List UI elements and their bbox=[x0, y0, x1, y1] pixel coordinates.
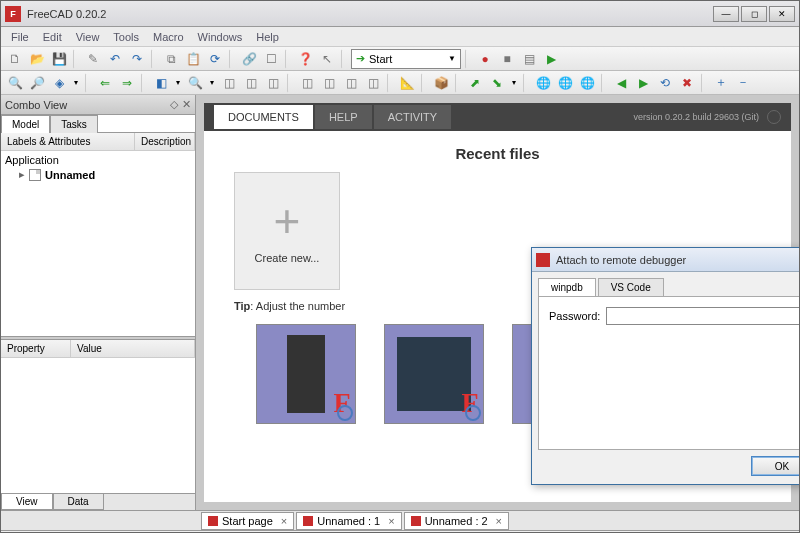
minimize-button[interactable]: — bbox=[713, 6, 739, 22]
doc-icon bbox=[411, 516, 421, 526]
stop-macro-icon[interactable]: ■ bbox=[497, 49, 517, 69]
workbench-label: Start bbox=[369, 53, 392, 65]
tab-help[interactable]: HELP bbox=[315, 105, 372, 129]
dialog-logo-icon bbox=[536, 253, 550, 267]
dropdown-icon[interactable]: ▾ bbox=[173, 73, 183, 93]
settings-gear-icon[interactable] bbox=[767, 110, 781, 124]
tab-model[interactable]: Model bbox=[1, 115, 50, 133]
col-description[interactable]: Description bbox=[135, 133, 195, 150]
menu-file[interactable]: File bbox=[5, 29, 35, 45]
close-tab-icon[interactable]: × bbox=[496, 515, 502, 527]
doc-icon bbox=[208, 516, 218, 526]
menu-windows[interactable]: Windows bbox=[192, 29, 249, 45]
menu-macro[interactable]: Macro bbox=[147, 29, 190, 45]
arrow-left-icon[interactable]: ◀ bbox=[611, 73, 631, 93]
maximize-button[interactable]: ◻ bbox=[741, 6, 767, 22]
pointer-icon[interactable]: ↖ bbox=[317, 49, 337, 69]
workbench-selector[interactable]: ➔ Start ▼ bbox=[351, 49, 461, 69]
zoom-out-icon[interactable]: － bbox=[733, 73, 753, 93]
password-input[interactable] bbox=[606, 307, 799, 325]
close-tab-icon[interactable]: × bbox=[388, 515, 394, 527]
tab-activity[interactable]: ACTIVITY bbox=[374, 105, 452, 129]
link-make2-icon[interactable]: ⬊ bbox=[487, 73, 507, 93]
version-label: version 0.20.2 build 29603 (Git) bbox=[633, 112, 759, 122]
panel-float-icon[interactable]: ◇ bbox=[170, 98, 178, 111]
zoom-in-icon[interactable]: ＋ bbox=[711, 73, 731, 93]
measure-icon[interactable]: 📐 bbox=[397, 73, 417, 93]
whatsthis-icon[interactable]: ❓ bbox=[295, 49, 315, 69]
sync-icon[interactable]: ⟲ bbox=[655, 73, 675, 93]
dropdown-icon[interactable]: ▾ bbox=[71, 73, 81, 93]
cube4-icon[interactable]: ◫ bbox=[297, 73, 317, 93]
tab-view[interactable]: View bbox=[1, 493, 53, 510]
tree-doc-row[interactable]: ▸ Unnamed bbox=[5, 167, 191, 182]
example-thumb-2[interactable]: F bbox=[384, 324, 484, 424]
undo-icon[interactable]: ↶ bbox=[105, 49, 125, 69]
fit-selection-icon[interactable]: 🔎 bbox=[27, 73, 47, 93]
menu-view[interactable]: View bbox=[70, 29, 106, 45]
close-button[interactable]: ✕ bbox=[769, 6, 795, 22]
password-label: Password: bbox=[549, 310, 600, 322]
group-icon[interactable]: ☐ bbox=[261, 49, 281, 69]
link-make-icon[interactable]: ⬈ bbox=[465, 73, 485, 93]
ok-button[interactable]: OK bbox=[751, 456, 799, 476]
zoom-icon[interactable]: 🔍 bbox=[185, 73, 205, 93]
part-icon[interactable]: 📦 bbox=[431, 73, 451, 93]
record-macro-icon[interactable]: ● bbox=[475, 49, 495, 69]
example-thumb-1[interactable]: F bbox=[256, 324, 356, 424]
cube1-icon[interactable]: ◫ bbox=[219, 73, 239, 93]
dropdown-icon[interactable]: ▾ bbox=[207, 73, 217, 93]
open-icon[interactable]: 📂 bbox=[27, 49, 47, 69]
fit-all-icon[interactable]: 🔍 bbox=[5, 73, 25, 93]
col-labels[interactable]: Labels & Attributes bbox=[1, 133, 135, 150]
macros-icon[interactable]: ▤ bbox=[519, 49, 539, 69]
doc-tab-2[interactable]: Unnamed : 2× bbox=[404, 512, 509, 530]
doc-tab-start[interactable]: Start page× bbox=[201, 512, 294, 530]
app-logo-icon: F bbox=[5, 6, 21, 22]
tab-tasks[interactable]: Tasks bbox=[50, 115, 98, 133]
cube5-icon[interactable]: ◫ bbox=[319, 73, 339, 93]
col-value[interactable]: Value bbox=[71, 340, 195, 357]
cube3-icon[interactable]: ◫ bbox=[263, 73, 283, 93]
panel-close-icon[interactable]: ✕ bbox=[182, 98, 191, 111]
copy-icon[interactable]: ⧉ bbox=[161, 49, 181, 69]
cube6-icon[interactable]: ◫ bbox=[341, 73, 361, 93]
print-icon[interactable]: ✎ bbox=[83, 49, 103, 69]
nav-left-icon[interactable]: ⇐ bbox=[95, 73, 115, 93]
model-tree[interactable]: Application ▸ Unnamed bbox=[1, 151, 195, 336]
cube2-icon[interactable]: ◫ bbox=[241, 73, 261, 93]
create-new-card[interactable]: + Create new... bbox=[234, 172, 340, 290]
isometric-icon[interactable]: ◈ bbox=[49, 73, 69, 93]
globe1-icon[interactable]: 🌐 bbox=[533, 73, 553, 93]
globe3-icon[interactable]: 🌐 bbox=[577, 73, 597, 93]
tab-data[interactable]: Data bbox=[53, 493, 104, 510]
menu-edit[interactable]: Edit bbox=[37, 29, 68, 45]
cube7-icon[interactable]: ◫ bbox=[363, 73, 383, 93]
redo-icon[interactable]: ↷ bbox=[127, 49, 147, 69]
expand-icon[interactable]: ▸ bbox=[19, 168, 25, 181]
paste-icon[interactable]: 📋 bbox=[183, 49, 203, 69]
tab-documents[interactable]: DOCUMENTS bbox=[214, 105, 313, 129]
run-macro-icon[interactable]: ▶ bbox=[541, 49, 561, 69]
arrow-right-icon[interactable]: ▶ bbox=[633, 73, 653, 93]
tab-winpdb[interactable]: winpdb bbox=[538, 278, 596, 296]
link-icon[interactable]: 🔗 bbox=[239, 49, 259, 69]
menu-help[interactable]: Help bbox=[250, 29, 285, 45]
tab-vscode[interactable]: VS Code bbox=[598, 278, 664, 296]
close-tab-icon[interactable]: × bbox=[281, 515, 287, 527]
globe2-icon[interactable]: 🌐 bbox=[555, 73, 575, 93]
property-grid[interactable] bbox=[1, 358, 195, 493]
dropdown-icon[interactable]: ▾ bbox=[509, 73, 519, 93]
toolbar-1: 🗋 📂 💾 ✎ ↶ ↷ ⧉ 📋 ⟳ 🔗 ☐ ❓ ↖ ➔ Start ▼ ● ■ … bbox=[1, 47, 799, 71]
nav-right-icon[interactable]: ⇒ bbox=[117, 73, 137, 93]
attach-debugger-dialog: Attach to remote debugger ? ✕ winpdb VS … bbox=[531, 247, 799, 485]
save-icon[interactable]: 💾 bbox=[49, 49, 69, 69]
tree-app-row[interactable]: Application bbox=[5, 153, 191, 167]
col-property[interactable]: Property bbox=[1, 340, 71, 357]
stop-nav-icon[interactable]: ✖ bbox=[677, 73, 697, 93]
refresh-icon[interactable]: ⟳ bbox=[205, 49, 225, 69]
menu-tools[interactable]: Tools bbox=[107, 29, 145, 45]
doc-tab-1[interactable]: Unnamed : 1× bbox=[296, 512, 401, 530]
new-icon[interactable]: 🗋 bbox=[5, 49, 25, 69]
view-front-icon[interactable]: ◧ bbox=[151, 73, 171, 93]
